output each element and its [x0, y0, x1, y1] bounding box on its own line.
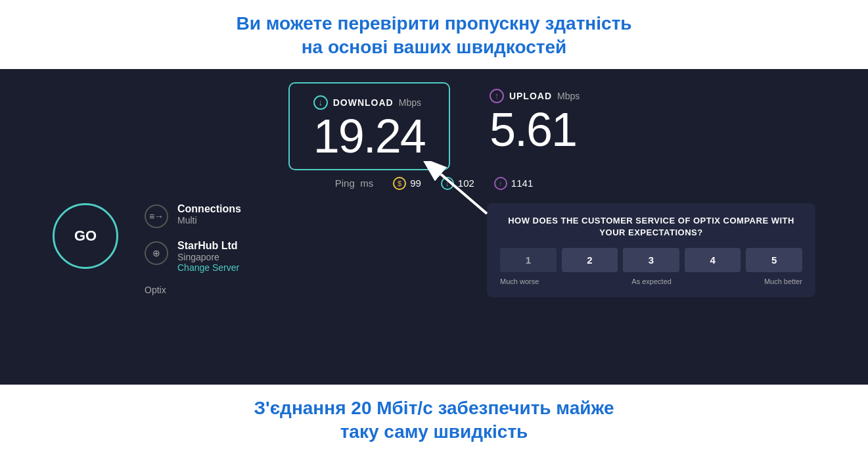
ping-badge-2: ↓ 102	[441, 177, 474, 190]
upload-label-text: UPLOAD	[509, 91, 552, 101]
upload-value: 5.61	[490, 106, 580, 153]
info-items: ≡→ Connections Multi ⊕ StarHub Ltd Singa…	[145, 203, 461, 295]
rating-btn-1[interactable]: 1	[500, 248, 557, 272]
provider-content: Optix	[145, 285, 166, 295]
isp-icon: ⊕	[145, 241, 168, 265]
ping-icon-purple: ↑	[494, 177, 507, 190]
connections-item: ≡→ Connections Multi	[145, 203, 461, 228]
ping-row: Ping ms $ 99 ↓ 102 ↑ 1141	[335, 177, 533, 190]
upload-unit: Mbps	[557, 91, 580, 101]
provider-name: Optix	[145, 285, 166, 295]
rating-btn-5[interactable]: 5	[746, 248, 802, 272]
survey-label-right: Much better	[764, 277, 802, 285]
download-label-text: DOWNLOAD	[333, 97, 394, 108]
ping-value-3: 1141	[511, 178, 533, 189]
survey-label-center: As expected	[631, 277, 672, 285]
isp-location: Singapore	[177, 252, 239, 262]
ping-badge-1: $ 99	[393, 177, 421, 190]
isp-title: StarHub Ltd	[177, 240, 239, 252]
connections-value: Multi	[177, 215, 241, 226]
ping-icon-yellow: $	[393, 177, 406, 190]
survey-labels: Much worse As expected Much better	[500, 277, 802, 285]
isp-item: ⊕ StarHub Ltd Singapore Change Server	[145, 240, 461, 273]
ping-badge-3: ↑ 1141	[494, 177, 533, 190]
isp-content: StarHub Ltd Singapore Change Server	[177, 240, 239, 273]
ping-value-1: 99	[410, 178, 421, 189]
provider-item: Optix	[145, 285, 461, 295]
rating-btn-3[interactable]: 3	[623, 248, 679, 272]
connections-icon: ≡→	[145, 204, 168, 228]
download-unit: Mbps	[399, 97, 421, 108]
top-annotation-banner: Ви можете перевірити пропускну здатність…	[0, 0, 868, 69]
bottom-info-row: GO ≡→ Connections Multi ⊕ StarHub Ltd Si…	[0, 203, 868, 297]
survey-panel: HOW DOES THE CUSTOMER SERVICE OF OPTIX C…	[487, 203, 815, 297]
ping-icon-teal: ↓	[441, 177, 454, 190]
survey-rating-row[interactable]: 1 2 3 4 5	[500, 248, 802, 272]
rating-btn-4[interactable]: 4	[685, 248, 741, 272]
rating-btn-2[interactable]: 2	[562, 248, 618, 272]
survey-label-left: Much worse	[500, 277, 539, 285]
speed-metrics-row: ↓ DOWNLOAD Mbps 19.24 ↑ UPLOAD Mbps 5.61	[288, 82, 580, 170]
download-icon: ↓	[313, 95, 328, 110]
bottom-annotation-banner: З'єднання 20 Мбіт/с забезпечить майже та…	[0, 385, 868, 454]
survey-title: HOW DOES THE CUSTOMER SERVICE OF OPTIX C…	[500, 215, 802, 239]
download-box: ↓ DOWNLOAD Mbps 19.24	[288, 82, 450, 170]
ping-label: Ping ms	[335, 178, 373, 189]
speedtest-area: ↓ DOWNLOAD Mbps 19.24 ↑ UPLOAD Mbps 5.61…	[0, 69, 868, 385]
top-banner-text: Ви можете перевірити пропускну здатність…	[13, 12, 855, 60]
go-button[interactable]: GO	[53, 203, 118, 269]
connections-title: Connections	[177, 203, 241, 215]
bottom-banner-text: З'єднання 20 Мбіт/с забезпечить майже та…	[13, 396, 855, 444]
upload-label-row: ↑ UPLOAD Mbps	[490, 89, 580, 103]
download-value: 19.24	[313, 112, 425, 160]
upload-area: ↑ UPLOAD Mbps 5.61	[490, 82, 580, 153]
connections-content: Connections Multi	[177, 203, 241, 226]
upload-icon: ↑	[490, 89, 504, 103]
download-label-row: ↓ DOWNLOAD Mbps	[313, 95, 425, 110]
ping-value-2: 102	[458, 178, 474, 189]
change-server-link[interactable]: Change Server	[177, 262, 239, 273]
